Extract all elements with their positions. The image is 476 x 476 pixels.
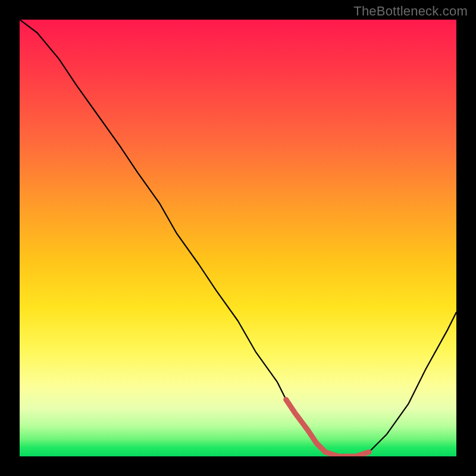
plot-area — [20, 20, 456, 456]
optimal-highlight — [286, 400, 369, 456]
chart-frame: TheBottleneck.com — [0, 0, 476, 476]
curve-path — [20, 20, 456, 456]
bottleneck-curve — [20, 20, 456, 456]
watermark-text: TheBottleneck.com — [353, 4, 468, 19]
